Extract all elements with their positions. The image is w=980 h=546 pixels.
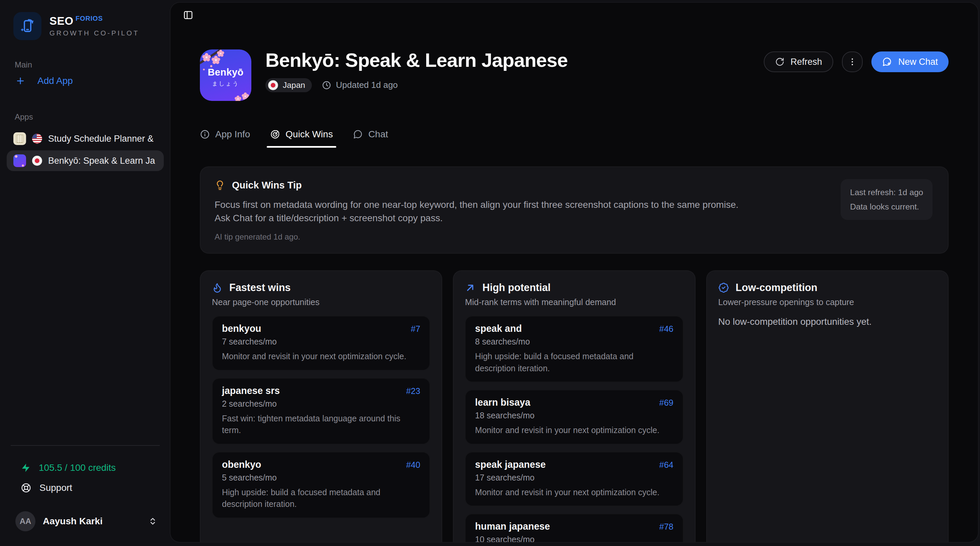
life-buoy-icon <box>21 483 32 493</box>
chat-icon <box>353 129 363 139</box>
main-area: Benkyō ましょう Benkyō: Speak & Learn Japane… <box>170 0 980 546</box>
flame-icon <box>212 283 223 293</box>
column-title: Fastest wins <box>229 282 291 294</box>
chat-plus-icon <box>882 57 892 67</box>
sidebar-app-item[interactable]: Benkyō: Speak & Learn Ja <box>7 150 164 171</box>
refresh-button[interactable]: Refresh <box>764 51 834 72</box>
keyword-name: speak japanese <box>475 459 546 470</box>
sidebar-divider <box>11 445 160 446</box>
keyword-note: High upside: build a focused metadata an… <box>222 487 420 510</box>
keyword-rank: #40 <box>406 460 420 470</box>
tip-footer: AI tip generated 1d ago. <box>215 232 934 241</box>
tip-title: Quick Wins Tip <box>232 180 302 191</box>
lightbulb-icon <box>215 180 225 191</box>
credits-label: 105.5 / 100 credits <box>39 462 116 473</box>
app-header: Benkyō ましょう Benkyō: Speak & Learn Japane… <box>200 49 948 101</box>
tab-label: App Info <box>215 129 250 140</box>
keyword-rank: #64 <box>659 460 673 470</box>
keyword-note: Monitor and revisit in your next optimiz… <box>475 487 673 498</box>
column-subtitle: Mid-rank terms with meaningful demand <box>465 297 683 307</box>
keyword-volume: 8 searches/mo <box>475 337 673 346</box>
keyword-volume: 10 searches/mo <box>475 535 673 542</box>
sidebar-app-label: Benkyō: Speak & Learn Ja <box>48 156 157 166</box>
last-refresh-note: Last refresh: 1d ago Data looks current. <box>841 179 932 220</box>
keyword-name: obenkyo <box>222 459 261 470</box>
column-header: Low-competition <box>718 282 937 294</box>
app-mini-icon <box>13 154 26 167</box>
sidebar-bottom: 105.5 / 100 credits Support AA Aayush Ka… <box>0 445 170 531</box>
updated-label: Updated 1d ago <box>336 80 398 90</box>
keyword-card[interactable]: japanese srs #23 2 searches/mo Fast win:… <box>212 378 430 444</box>
panel-left-icon <box>183 10 193 20</box>
keyword-card[interactable]: benkyou #7 7 searches/mo Monitor and rev… <box>212 316 430 371</box>
sidebar-section-main: Main <box>0 60 170 70</box>
keyword-card[interactable]: human japanese #78 10 searches/mo Monito… <box>465 514 683 542</box>
badge-check-icon <box>718 283 729 293</box>
keyword-card[interactable]: learn bisaya #69 18 searches/mo Monitor … <box>465 390 683 444</box>
sidebar-toggle-button[interactable] <box>183 10 193 20</box>
data-status-line: Data looks current. <box>850 200 923 214</box>
keyword-rank: #23 <box>406 386 420 396</box>
bolt-icon <box>21 463 31 473</box>
sidebar-app-item[interactable]: Study Schedule Planner & <box>7 128 164 149</box>
column-subtitle: Near page-one opportunities <box>212 297 430 307</box>
arrow-up-right-icon <box>465 283 476 293</box>
target-icon <box>270 129 280 139</box>
page-title: Benkyō: Speak & Learn Japanese <box>266 49 568 71</box>
content: Benkyō ましょう Benkyō: Speak & Learn Japane… <box>170 49 978 542</box>
app-root: SEOFORIOS GROWTH CO-PILOT Main Add App A… <box>0 0 980 546</box>
plus-icon <box>15 76 25 86</box>
tab-chat[interactable]: Chat <box>353 129 388 147</box>
column-title: Low-competition <box>736 282 818 294</box>
keyword-note: Fast win: tighten metadata language arou… <box>222 413 420 436</box>
new-chat-label: New Chat <box>898 57 938 67</box>
column-cards: benkyou #7 7 searches/mo Monitor and rev… <box>212 316 430 518</box>
column-empty-state: No low-competition opportunities yet. <box>718 316 937 327</box>
opportunity-column: Low-competition Lower-pressure openings … <box>706 270 948 542</box>
meta-row: Japan Updated 1d ago <box>266 78 568 92</box>
kebab-icon <box>848 57 857 67</box>
japan-flag-icon <box>268 80 278 90</box>
credits-indicator[interactable]: 105.5 / 100 credits <box>0 458 170 478</box>
keyword-volume: 2 searches/mo <box>222 399 420 409</box>
column-cards: speak and #46 8 searches/mo High upside:… <box>465 316 683 542</box>
tab-app-info[interactable]: App Info <box>200 129 250 147</box>
keyword-name: benkyou <box>222 323 261 334</box>
more-options-button[interactable] <box>842 51 863 72</box>
add-app-button[interactable]: Add App <box>0 70 170 92</box>
keyword-card[interactable]: speak japanese #64 17 searches/mo Monito… <box>465 452 683 506</box>
country-flag-icon <box>32 134 42 144</box>
support-button[interactable]: Support <box>0 478 170 498</box>
clock-icon <box>322 81 331 90</box>
user-menu[interactable]: AA Aayush Karki <box>15 511 157 531</box>
column-header: High potential <box>465 282 683 294</box>
main-panel: Benkyō ましょう Benkyō: Speak & Learn Japane… <box>170 3 978 542</box>
keyword-rank: #7 <box>411 324 420 334</box>
updated-status: Updated 1d ago <box>322 80 398 90</box>
header-actions: Refresh New Chat <box>764 49 948 72</box>
logo: SEOFORIOS GROWTH CO-PILOT <box>0 12 170 40</box>
sidebar: SEOFORIOS GROWTH CO-PILOT Main Add App A… <box>0 0 170 546</box>
keyword-volume: 17 searches/mo <box>475 473 673 483</box>
keyword-card[interactable]: speak and #46 8 searches/mo High upside:… <box>465 316 683 382</box>
tab-bar: App Info Quick Wins Chat <box>200 129 948 147</box>
keyword-volume: 18 searches/mo <box>475 411 673 421</box>
new-chat-button[interactable]: New Chat <box>871 51 948 72</box>
chevrons-up-down-icon <box>148 517 157 525</box>
keyword-card[interactable]: obenkyo #40 5 searches/mo High upside: b… <box>212 452 430 518</box>
add-app-label: Add App <box>37 76 73 86</box>
keyword-name: learn bisaya <box>475 397 530 408</box>
keyword-name: japanese srs <box>222 385 280 396</box>
column-subtitle: Lower-pressure openings to capture <box>718 297 937 307</box>
keyword-note: Monitor and revisit in your next optimiz… <box>222 351 420 363</box>
opportunity-column: High potential Mid-rank terms with meani… <box>453 270 695 542</box>
tab-quick-wins[interactable]: Quick Wins <box>270 129 333 147</box>
brand-phone-icon <box>13 12 41 40</box>
column-title: High potential <box>482 282 550 294</box>
info-icon <box>200 129 210 139</box>
tab-label: Quick Wins <box>285 129 333 140</box>
tip-body: Focus first on metadata wording for one … <box>215 198 743 225</box>
column-header: Fastest wins <box>212 282 430 294</box>
user-name: Aayush Karki <box>43 516 141 527</box>
sidebar-app-list: Study Schedule Planner & Benkyō: Speak &… <box>0 127 170 172</box>
